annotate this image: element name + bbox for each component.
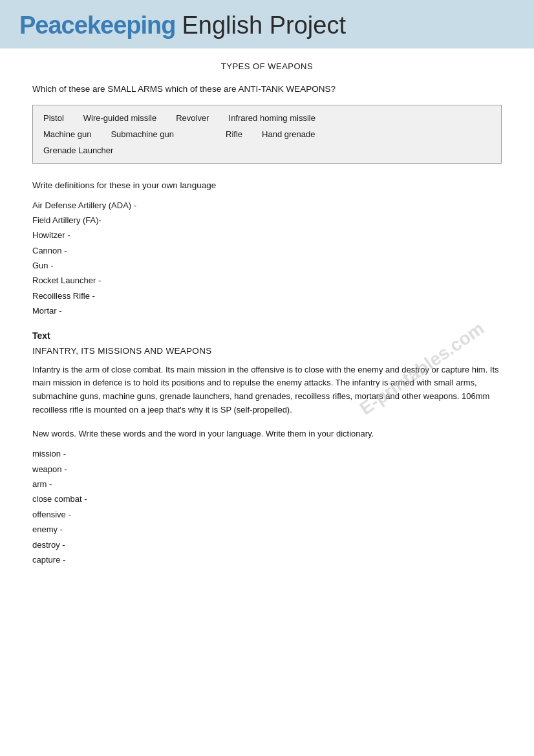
text-label: Text xyxy=(32,330,502,341)
weapon-submachine-gun: Submachine gun xyxy=(111,129,174,139)
word-arm: arm - xyxy=(32,477,502,491)
section-title: INFANTRY, ITS MISSIONS AND WEAPONS xyxy=(32,346,502,356)
main-paragraph: Infantry is the arm of close combat. Its… xyxy=(32,363,502,417)
weapons-row-3: Grenade Launcher xyxy=(43,146,491,155)
weapon-grenade-launcher: Grenade Launcher xyxy=(43,146,113,155)
weapon-pistol: Pistol xyxy=(43,113,64,123)
header-normal-text: English Project xyxy=(182,12,345,39)
main-content: TYPES OF WEAPONS Which of these are SMAL… xyxy=(0,49,534,587)
weapons-box: Pistol Wire-guided missile Revolver Infr… xyxy=(32,105,502,164)
definition-recoilless-rifle: Recoilless Rifle - xyxy=(32,288,502,303)
header-bold-text: Peacekeeping xyxy=(19,12,175,39)
page-header: Peacekeeping English Project xyxy=(0,0,534,49)
weapon-infrared: Infrared homing missile xyxy=(229,113,315,123)
definition-rocket-launcher: Rocket Launcher - xyxy=(32,273,502,288)
definition-mortar: Mortar - xyxy=(32,303,502,318)
word-weapon: weapon - xyxy=(32,462,502,477)
weapon-hand-grenade: Hand grenade xyxy=(262,129,315,139)
word-mission: mission - xyxy=(32,446,502,461)
word-close-combat: close combat - xyxy=(32,491,502,506)
definitions-section: Write definitions for these in your own … xyxy=(32,179,502,318)
definition-gun: Gun - xyxy=(32,258,502,273)
word-capture: capture - xyxy=(32,552,502,567)
weapon-wire-guided: Wire-guided missile xyxy=(83,113,156,123)
definition-fa: Field Artillery (FA)- xyxy=(32,213,502,228)
word-enemy: enemy - xyxy=(32,522,502,537)
weapon-revolver: Revolver xyxy=(176,113,209,123)
question-text: Which of these are SMALL ARMS which of t… xyxy=(32,83,502,96)
word-destroy: destroy - xyxy=(32,537,502,552)
definition-cannon: Cannon - xyxy=(32,243,502,258)
definitions-intro: Write definitions for these in your own … xyxy=(32,179,502,192)
weapons-row-2: Machine gun Submachine gun Rifle Hand gr… xyxy=(43,129,491,139)
definition-ada: Air Defense Artillery (ADA) - xyxy=(32,198,502,213)
word-offensive: offensive - xyxy=(32,507,502,522)
new-words-intro: New words. Write these words and the wor… xyxy=(32,427,502,440)
weapons-row-1: Pistol Wire-guided missile Revolver Infr… xyxy=(43,113,491,123)
definition-howitzer: Howitzer - xyxy=(32,228,502,243)
page-title: TYPES OF WEAPONS xyxy=(32,61,502,71)
weapon-machine-gun: Machine gun xyxy=(43,129,91,139)
weapon-rifle: Rifle xyxy=(226,129,242,139)
